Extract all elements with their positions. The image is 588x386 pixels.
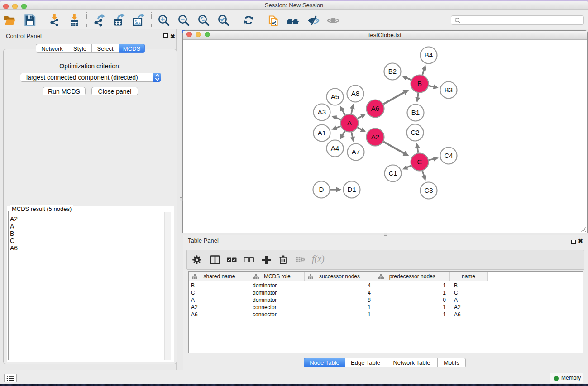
svg-text:A5: A5 [331,93,339,100]
svg-text:A2: A2 [371,133,379,141]
svg-text:C3: C3 [424,186,433,194]
svg-text:B1: B1 [411,109,420,116]
svg-text:D: D [319,186,324,193]
svg-text:C1: C1 [388,169,397,177]
svg-text:B4: B4 [425,51,433,59]
svg-text:A7: A7 [352,148,360,156]
svg-text:D1: D1 [347,186,356,193]
svg-text:B3: B3 [445,86,453,94]
svg-text:A8: A8 [351,90,359,97]
svg-text:A6: A6 [371,105,379,112]
svg-text:B: B [417,80,422,87]
svg-text:C4: C4 [444,152,453,159]
svg-text:A4: A4 [331,144,339,152]
svg-text:C2: C2 [411,129,419,136]
svg-text:C: C [417,158,422,166]
svg-text:B2: B2 [388,67,397,75]
svg-text:A: A [347,119,352,127]
svg-text:A1: A1 [318,129,326,137]
svg-text:A3: A3 [318,108,326,116]
